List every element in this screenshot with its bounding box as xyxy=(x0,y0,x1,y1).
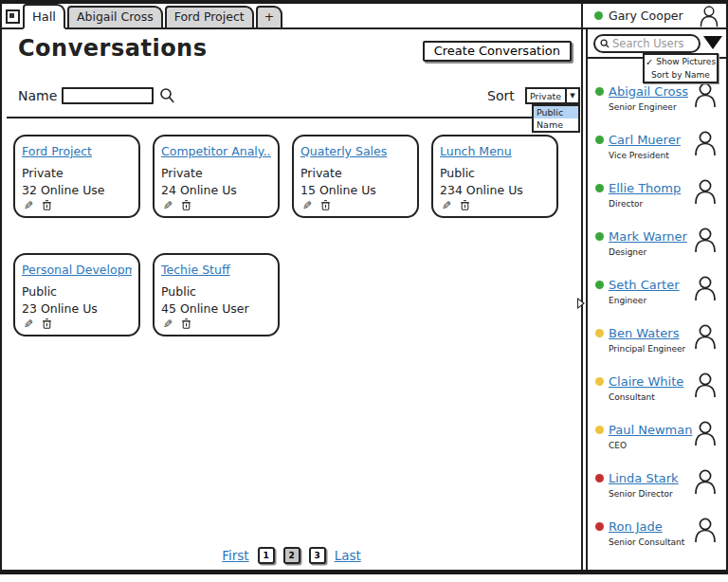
user-list-item: Ron Jade Senior Consultant xyxy=(588,517,726,565)
card-visibility: Public xyxy=(22,284,132,299)
edit-icon[interactable]: ✎ xyxy=(302,200,312,211)
card-visibility: Private xyxy=(161,166,271,180)
status-dot xyxy=(594,11,603,20)
card-title-link[interactable]: Quaterly Sales xyxy=(300,144,410,158)
pagination-last-link[interactable]: Last xyxy=(335,548,361,563)
user-name-link[interactable]: Linda Stark xyxy=(609,471,679,485)
conversation-card: Competitor Analy... Private 24 Online Us… xyxy=(153,135,280,218)
avatar-icon xyxy=(693,323,718,350)
card-title-link[interactable]: Lunch Menu xyxy=(440,144,550,158)
trash-icon[interactable] xyxy=(460,199,470,211)
user-name-link[interactable]: Paul Newman xyxy=(609,423,692,437)
user-name-link[interactable]: Claire White xyxy=(609,374,683,389)
sort-option-name[interactable]: Name xyxy=(534,118,578,131)
splitter-arrow-icon[interactable] xyxy=(577,298,585,309)
menu-item-label: Show Pictures xyxy=(656,57,716,66)
page-button-2[interactable]: 2 xyxy=(283,547,300,564)
sort-selected-value: Private xyxy=(527,91,565,101)
search-icon[interactable] xyxy=(159,87,175,104)
user-search-input[interactable]: Search Users xyxy=(593,34,701,53)
page-button-3[interactable]: 3 xyxy=(309,547,326,564)
card-title-link[interactable]: Ford Project xyxy=(22,144,132,158)
page-title: Conversations xyxy=(18,35,207,62)
dropdown-arrow-icon[interactable]: ▼ xyxy=(565,89,578,102)
avatar-icon xyxy=(693,517,718,543)
sort-dropdown[interactable]: Private ▼ xyxy=(525,87,580,104)
sidebar-options-arrow-icon[interactable] xyxy=(703,36,722,49)
trash-icon[interactable] xyxy=(181,318,191,330)
menu-item-show-pictures[interactable]: ✓ Show Pictures xyxy=(645,55,717,68)
tab-abigail-cross[interactable]: Abigail Cross xyxy=(67,6,163,27)
user-name-link[interactable]: Mark Warner xyxy=(609,229,687,244)
trash-icon[interactable] xyxy=(42,318,52,330)
avatar-icon xyxy=(693,130,718,156)
conversation-card: Personal Development Public 23 Online Us… xyxy=(13,253,140,336)
avatar-icon xyxy=(693,275,718,301)
create-conversation-button[interactable]: Create Conversation xyxy=(423,41,572,62)
trash-icon[interactable] xyxy=(181,199,191,211)
user-list-item: Claire White Consultant xyxy=(588,372,726,420)
user-name-link[interactable]: Ellie Thomp xyxy=(609,181,681,195)
user-list-item: Seth Carter Engineer xyxy=(588,275,726,323)
cards-row-2: Personal Development Public 23 Online Us… xyxy=(13,253,280,336)
name-filter-input[interactable] xyxy=(62,87,154,104)
status-dot xyxy=(595,329,604,337)
conversation-card: Lunch Menu Public 234 Online Us ✎ xyxy=(431,135,558,218)
conversation-card: Quaterly Sales Private 15 Online Us ✎ xyxy=(292,135,419,218)
page-button-1[interactable]: 1 xyxy=(258,547,275,564)
user-list-item: Abigail Cross Senior Engineer xyxy=(588,82,726,130)
tab-ford-project[interactable]: Ford Project xyxy=(165,6,254,27)
status-dot xyxy=(595,522,604,531)
search-icon xyxy=(600,39,610,48)
sort-option-public[interactable]: Public xyxy=(534,106,578,118)
edit-icon[interactable]: ✎ xyxy=(24,318,33,330)
menu-item-sort-by-name[interactable]: Sort by Name xyxy=(645,68,717,82)
pagination-first-link[interactable]: First xyxy=(222,548,248,563)
user-list-item: Carl Muerer Vice President xyxy=(588,130,726,178)
add-tab-button[interactable]: + xyxy=(256,6,282,27)
filter-row: Name Sort Private ▼ Public Name xyxy=(2,86,581,107)
user-list-item: Mark Warner Designer xyxy=(588,227,726,275)
card-title-link[interactable]: Competitor Analy... xyxy=(161,144,271,158)
status-dot xyxy=(595,184,604,192)
card-visibility: Public xyxy=(161,284,271,299)
status-dot xyxy=(595,232,604,241)
user-list-item: Paul Newman CEO xyxy=(588,420,726,468)
divider-line xyxy=(7,117,576,118)
user-list-item: Ellie Thomp Director xyxy=(588,178,726,227)
edit-icon[interactable]: ✎ xyxy=(163,200,173,211)
status-dot xyxy=(595,87,604,96)
user-name-link[interactable]: Seth Carter xyxy=(609,278,680,292)
panel-splitter[interactable] xyxy=(581,29,588,570)
card-online-count: 45 Online User xyxy=(161,301,271,316)
avatar-icon xyxy=(693,420,718,446)
status-dot xyxy=(595,136,604,144)
trash-icon[interactable] xyxy=(320,199,331,211)
edit-icon[interactable]: ✎ xyxy=(163,318,173,330)
user-name-link[interactable]: Carl Muerer xyxy=(609,133,681,147)
app-window: Hall Abigail Cross Ford Project + Gary C… xyxy=(0,0,728,574)
card-title-link[interactable]: Personal Development xyxy=(22,263,132,277)
card-visibility: Private xyxy=(300,166,410,180)
user-list-item: Linda Stark Senior Director xyxy=(588,468,726,517)
conversations-panel: Conversations Create Conversation Name S… xyxy=(2,29,581,570)
cards-row-1: Ford Project Private 32 Online Use ✎ Com… xyxy=(13,135,558,218)
card-online-count: 24 Online Us xyxy=(161,183,271,197)
avatar-icon xyxy=(693,372,718,398)
user-name-link[interactable]: Ben Waters xyxy=(609,326,680,340)
user-list: Abigail Cross Senior Engineer Carl Muere… xyxy=(588,59,726,570)
avatar-icon xyxy=(693,178,718,205)
user-name-link[interactable]: Abigail Cross xyxy=(609,84,688,99)
trash-icon[interactable] xyxy=(42,199,52,211)
card-visibility: Public xyxy=(440,166,550,180)
edit-icon[interactable]: ✎ xyxy=(442,200,451,211)
users-sidebar: Search Users ✓ Show Pictures Sort by Nam… xyxy=(588,29,726,570)
tab-hall[interactable]: Hall xyxy=(23,4,65,29)
edit-icon[interactable]: ✎ xyxy=(24,200,33,211)
pagination: First 1 2 3 Last xyxy=(2,547,581,564)
avatar-icon xyxy=(693,468,718,495)
card-online-count: 15 Online Us xyxy=(300,183,410,197)
user-name-link[interactable]: Ron Jade xyxy=(609,519,663,534)
card-title-link[interactable]: Techie Stuff xyxy=(161,263,271,277)
checkmark-icon: ✓ xyxy=(646,57,653,67)
